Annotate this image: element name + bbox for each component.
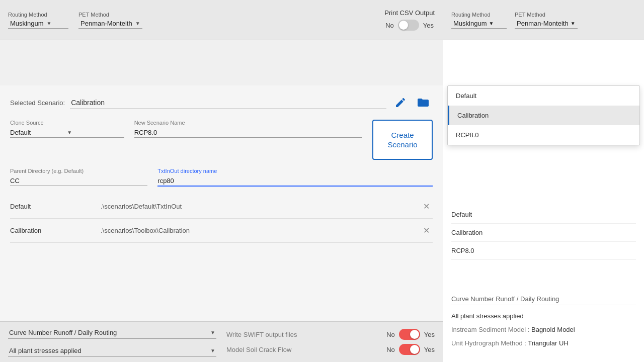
routing-method-group: Routing Method Muskingum ▼ (8, 12, 68, 29)
right-panel: Routing Method Muskingum ▼ PET Method Pe… (443, 0, 644, 362)
all-plant-stress-dropdown[interactable]: All plant stresses applied ▼ (8, 345, 216, 357)
write-swift-row: Write SWIFT output files No Yes (226, 329, 435, 340)
folder-icon-btn[interactable] (415, 94, 433, 112)
scenario-list: Default .\scenarios\Default\TxtInOut ✕ C… (10, 195, 433, 243)
scenario-path-default: .\scenarios\Default\TxtInOut (101, 203, 420, 210)
clone-source-label: Clone Source (10, 120, 124, 126)
scenario-select[interactable]: Calibration (70, 97, 386, 109)
scenario-name-calibration: Calibration (10, 227, 101, 234)
bottom-bar: Curve Number Runoff / Daily Routing ▼ Al… (0, 321, 443, 362)
routing-method-dropdown[interactable]: Muskingum ▼ (8, 19, 68, 29)
edit-icon-btn[interactable] (391, 94, 410, 112)
clone-create-row: Clone Source Default ▼ New Scenario Name… (10, 120, 433, 160)
parent-dir-text: CC (10, 177, 147, 185)
txtinout-input[interactable] (157, 176, 433, 187)
swift-section: Write SWIFT output files No Yes Model So… (226, 329, 435, 355)
new-scenario-input[interactable] (134, 128, 362, 138)
table-row: Default .\scenarios\Default\TxtInOut ✕ (10, 195, 433, 219)
right-pet-dropdown[interactable]: Penman-Monteith ▼ (515, 19, 578, 29)
table-row: Calibration .\scenarios\Toolbox\Calibrat… (10, 219, 433, 243)
scenario-dropdown-popup: Default Calibration RCP8.0 (447, 85, 640, 145)
parent-dir-field: Parent Directory (e.g. Default) CC (10, 168, 147, 186)
list-item: RCP8.0 (451, 242, 636, 260)
right-routing-dropdown[interactable]: Muskingum ▼ (451, 19, 507, 29)
dropdown-item-rcp80[interactable]: RCP8.0 (448, 125, 639, 145)
print-csv-label: Print CSV Output (384, 9, 435, 17)
instream-sediment-item: Instream Sediment Model : Bagnold Model (451, 323, 636, 336)
write-swift-no: No (386, 331, 395, 338)
print-csv-no: No (385, 22, 394, 29)
right-bottom: Curve Number Runoff / Daily Routing All … (443, 287, 644, 362)
clone-source-arrow: ▼ (67, 130, 124, 135)
print-csv-yes: Yes (423, 22, 434, 29)
parent-dir-value: CC (10, 176, 147, 186)
instream-label: Instream Sediment Model : (451, 326, 529, 333)
print-csv-section: Print CSV Output No Yes (384, 9, 435, 31)
right-pet-group: PET Method Penman-Monteith ▼ (515, 12, 578, 29)
unit-hydrograph-item: Unit Hydrograph Method : Triangular UH (451, 336, 636, 350)
unit-hydrograph-label: Unit Hydrograph Method : (451, 339, 526, 347)
right-bottom-section: Curve Number Runoff / Daily Routing All … (451, 295, 636, 350)
scenario-section: Selected Scenario: Calibration Clone Sou… (0, 85, 443, 251)
soil-crack-no: No (386, 346, 395, 353)
top-bar: Routing Method Muskingum ▼ PET Method Pe… (0, 0, 443, 40)
spacer-bar (0, 40, 443, 85)
print-csv-toggle[interactable] (398, 20, 419, 31)
write-swift-toggle[interactable] (399, 329, 420, 340)
write-swift-yes: Yes (424, 331, 435, 338)
scenario-label: Selected Scenario: (10, 99, 65, 107)
new-scenario-field: New Scenario Name (134, 120, 362, 138)
list-item: Calibration (451, 224, 636, 242)
parent-dir-label: Parent Directory (e.g. Default) (10, 168, 147, 174)
parent-txtinout-row: Parent Directory (e.g. Default) CC TxtIn… (10, 168, 433, 187)
scenario-row: Selected Scenario: Calibration (10, 94, 433, 112)
toggle-knob (399, 21, 408, 30)
scenario-path-calibration: .\scenarios\Toolbox\Calibration (101, 227, 420, 234)
txtinout-label: TxtInOut directory name (157, 168, 433, 174)
soil-crack-toggle[interactable] (399, 344, 420, 355)
write-swift-label: Write SWIFT output files (226, 331, 382, 338)
right-pet-label: PET Method (515, 12, 578, 18)
clone-source-dropdown[interactable]: Default ▼ (10, 128, 124, 138)
left-panel: Routing Method Muskingum ▼ PET Method Pe… (0, 0, 443, 362)
new-scenario-label: New Scenario Name (134, 120, 362, 126)
pet-method-dropdown[interactable]: Penman-Monteith ▼ (78, 19, 142, 29)
curve-number-arrow: ▼ (210, 330, 215, 335)
right-routing-arrow: ▼ (489, 21, 494, 26)
write-swift-knob (410, 330, 419, 339)
pet-method-group: PET Method Penman-Monteith ▼ (78, 12, 142, 29)
pet-method-arrow: ▼ (135, 21, 140, 26)
scenario-select-value: Calibration (71, 99, 105, 107)
all-plant-stress-item: All plant stresses applied (451, 309, 636, 323)
all-plant-stress-value: All plant stresses applied (9, 347, 82, 354)
clone-source-field: Clone Source Default ▼ (10, 120, 124, 138)
scenario-name-default: Default (10, 203, 101, 210)
print-csv-toggle-row: No Yes (385, 20, 434, 31)
clone-source-value: Default (10, 129, 67, 136)
right-routing-value: Muskingum (453, 20, 487, 27)
create-scenario-button[interactable]: CreateScenario (372, 120, 433, 160)
soil-crack-label: Model Soil Crack Flow (226, 346, 382, 353)
pet-method-value: Penman-Monteith (80, 20, 132, 27)
dropdown-item-default[interactable]: Default (448, 86, 639, 106)
pet-method-label: PET Method (78, 12, 142, 18)
right-bottom-title: Curve Number Runoff / Daily Routing (451, 295, 636, 305)
soil-crack-yes: Yes (424, 346, 435, 353)
list-item: Default (451, 206, 636, 224)
right-routing-group: Routing Method Muskingum ▼ (451, 12, 507, 29)
curve-number-dropdown[interactable]: Curve Number Runoff / Daily Routing ▼ (8, 327, 216, 339)
right-top-bar: Routing Method Muskingum ▼ PET Method Pe… (443, 0, 644, 40)
close-calibration-button[interactable]: ✕ (420, 225, 433, 236)
dropdown-item-calibration[interactable]: Calibration (448, 106, 639, 125)
bottom-left-fields: Curve Number Runoff / Daily Routing ▼ Al… (8, 327, 216, 357)
folder-icon (417, 97, 431, 109)
routing-method-label: Routing Method (8, 12, 68, 18)
routing-method-arrow: ▼ (46, 21, 51, 26)
close-default-button[interactable]: ✕ (420, 201, 433, 212)
right-spacer (443, 40, 644, 85)
right-pet-arrow: ▼ (571, 21, 576, 26)
soil-crack-row: Model Soil Crack Flow No Yes (226, 344, 435, 355)
soil-crack-knob (410, 345, 419, 354)
right-routing-label: Routing Method (451, 12, 507, 18)
txtinout-field: TxtInOut directory name (157, 168, 433, 187)
